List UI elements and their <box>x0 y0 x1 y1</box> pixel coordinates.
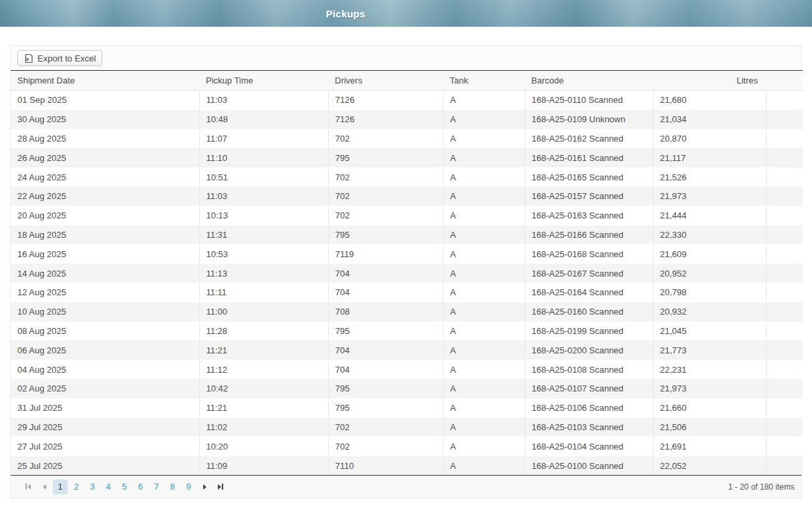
cell-barcode: 168-A25-0164 Scanned <box>525 283 653 302</box>
column-header-pickup-time[interactable]: Pickup Time <box>199 71 328 91</box>
cell-pickup-time: 11:12 <box>199 360 328 379</box>
cell-drivers: 795 <box>328 398 443 417</box>
column-header-barcode[interactable]: Barcode <box>525 71 653 91</box>
cell-litres: 20,870 <box>653 129 766 148</box>
cell-pickup-time: 10:42 <box>199 379 328 398</box>
next-page-icon[interactable] <box>197 480 212 494</box>
page-button-6[interactable]: 6 <box>133 480 148 494</box>
table-row[interactable]: 06 Aug 202511:21704A168-A25-0200 Scanned… <box>11 341 803 360</box>
page-button-4[interactable]: 4 <box>101 480 116 494</box>
page-button-9[interactable]: 9 <box>181 480 196 494</box>
page-button-2[interactable]: 2 <box>69 480 84 494</box>
cell-filler <box>766 148 803 168</box>
page-button-3[interactable]: 3 <box>85 480 100 494</box>
cell-drivers: 704 <box>328 264 443 283</box>
cell-pickup-time: 11:00 <box>199 302 328 321</box>
cell-barcode: 168-A25-0106 Scanned <box>525 398 653 417</box>
cell-filler <box>766 417 803 437</box>
cell-tank: A <box>443 206 525 225</box>
cell-barcode: 168-A25-0165 Scanned <box>525 168 653 187</box>
cell-litres: 22,330 <box>653 225 766 244</box>
cell-filler <box>766 168 803 187</box>
cell-drivers: 702 <box>328 168 443 187</box>
cell-litres: 21,680 <box>653 91 766 110</box>
cell-drivers: 795 <box>328 225 443 244</box>
cell-pickup-time: 11:09 <box>199 456 328 476</box>
table-row[interactable]: 18 Aug 202511:31795A168-A25-0166 Scanned… <box>11 225 803 244</box>
pager: 123456789 1 - 20 of 180 items <box>11 476 801 498</box>
table-row[interactable]: 01 Sep 202511:037126A168-A25-0110 Scanne… <box>11 91 803 110</box>
cell-pickup-time: 11:11 <box>199 283 328 302</box>
table-row[interactable]: 29 Jul 202511:02702A168-A25-0103 Scanned… <box>11 417 803 437</box>
table-row[interactable]: 12 Aug 202511:11704A168-A25-0164 Scanned… <box>11 283 803 302</box>
previous-page-icon[interactable] <box>37 480 51 494</box>
table-row[interactable]: 14 Aug 202511:13704A168-A25-0167 Scanned… <box>11 264 803 283</box>
cell-barcode: 168-A25-0166 Scanned <box>525 225 653 244</box>
cell-shipment-date: 08 Aug 2025 <box>11 321 199 341</box>
cell-pickup-time: 11:03 <box>199 186 328 206</box>
page-button-8[interactable]: 8 <box>165 480 180 494</box>
cell-barcode: 168-A25-0160 Scanned <box>525 302 653 321</box>
cell-pickup-time: 11:10 <box>199 148 328 168</box>
first-page-icon[interactable] <box>21 480 35 494</box>
cell-shipment-date: 25 Jul 2025 <box>11 456 199 476</box>
cell-drivers: 702 <box>328 437 443 456</box>
cell-tank: A <box>443 168 525 187</box>
column-header-drivers[interactable]: Drivers <box>328 71 443 91</box>
table-row[interactable]: 10 Aug 202511:00708A168-A25-0160 Scanned… <box>11 302 803 321</box>
cell-litres: 21,973 <box>653 186 766 206</box>
cell-litres: 21,526 <box>653 168 766 187</box>
pager-info: 1 - 20 of 180 items <box>728 482 795 492</box>
cell-litres: 22,052 <box>653 456 766 476</box>
export-to-excel-button[interactable]: x Export to Excel <box>17 50 102 66</box>
cell-shipment-date: 29 Jul 2025 <box>11 417 199 437</box>
table-row[interactable]: 16 Aug 202510:537119A168-A25-0168 Scanne… <box>11 244 803 264</box>
table-row[interactable]: 20 Aug 202510:13702A168-A25-0163 Scanned… <box>11 206 803 225</box>
cell-filler <box>766 321 803 341</box>
cell-pickup-time: 11:21 <box>199 398 328 417</box>
cell-tank: A <box>443 437 525 456</box>
cell-filler <box>766 129 803 148</box>
cell-filler <box>766 264 803 283</box>
cell-filler <box>766 244 803 264</box>
grid-toolbar: x Export to Excel <box>11 46 801 70</box>
last-page-icon[interactable] <box>213 480 228 494</box>
table-row[interactable]: 30 Aug 202510:487126A168-A25-0109 Unknow… <box>11 110 803 129</box>
page-button-current[interactable]: 1 <box>53 480 67 494</box>
cell-pickup-time: 11:07 <box>199 129 328 148</box>
table-row[interactable]: 27 Jul 202510:20702A168-A25-0104 Scanned… <box>11 437 803 456</box>
cell-pickup-time: 11:28 <box>199 321 328 341</box>
cell-filler <box>766 302 803 321</box>
table-row[interactable]: 22 Aug 202511:03702A168-A25-0157 Scanned… <box>11 186 803 206</box>
column-header-shipment-date[interactable]: Shipment Date <box>11 71 199 91</box>
table-row[interactable]: 08 Aug 202511:28795A168-A25-0199 Scanned… <box>11 321 803 341</box>
cell-litres: 21,034 <box>653 110 766 129</box>
cell-drivers: 7126 <box>328 110 443 129</box>
app-header-banner: Pickups <box>0 0 812 27</box>
page-button-7[interactable]: 7 <box>149 480 164 494</box>
cell-shipment-date: 02 Aug 2025 <box>11 379 199 398</box>
cell-barcode: 168-A25-0163 Scanned <box>525 206 653 225</box>
table-header: Shipment DatePickup TimeDriversTankBarco… <box>11 71 803 91</box>
table-row[interactable]: 31 Jul 202511:21795A168-A25-0106 Scanned… <box>11 398 803 417</box>
cell-shipment-date: 10 Aug 2025 <box>11 302 199 321</box>
cell-filler <box>766 206 803 225</box>
column-header-litres[interactable]: Litres <box>653 71 766 91</box>
column-header-tank[interactable]: Tank <box>443 71 525 91</box>
cell-shipment-date: 26 Aug 2025 <box>11 148 199 168</box>
table-row[interactable]: 25 Jul 202511:097110A168-A25-0100 Scanne… <box>11 456 803 476</box>
cell-barcode: 168-A25-0103 Scanned <box>525 417 653 437</box>
cell-filler <box>766 398 803 417</box>
table-row[interactable]: 04 Aug 202511:12704A168-A25-0108 Scanned… <box>11 360 803 379</box>
table-row[interactable]: 02 Aug 202510:42795A168-A25-0107 Scanned… <box>11 379 803 398</box>
table-row[interactable]: 26 Aug 202511:10795A168-A25-0161 Scanned… <box>11 148 803 168</box>
cell-drivers: 795 <box>328 321 443 341</box>
cell-barcode: 168-A25-0167 Scanned <box>525 264 653 283</box>
table-row[interactable]: 24 Aug 202510:51702A168-A25-0165 Scanned… <box>11 168 803 187</box>
table-row[interactable]: 28 Aug 202511:07702A168-A25-0162 Scanned… <box>11 129 803 148</box>
cell-tank: A <box>443 321 525 341</box>
page-button-5[interactable]: 5 <box>117 480 132 494</box>
cell-litres: 21,609 <box>653 244 766 264</box>
cell-tank: A <box>443 456 525 476</box>
cell-shipment-date: 16 Aug 2025 <box>11 244 199 264</box>
